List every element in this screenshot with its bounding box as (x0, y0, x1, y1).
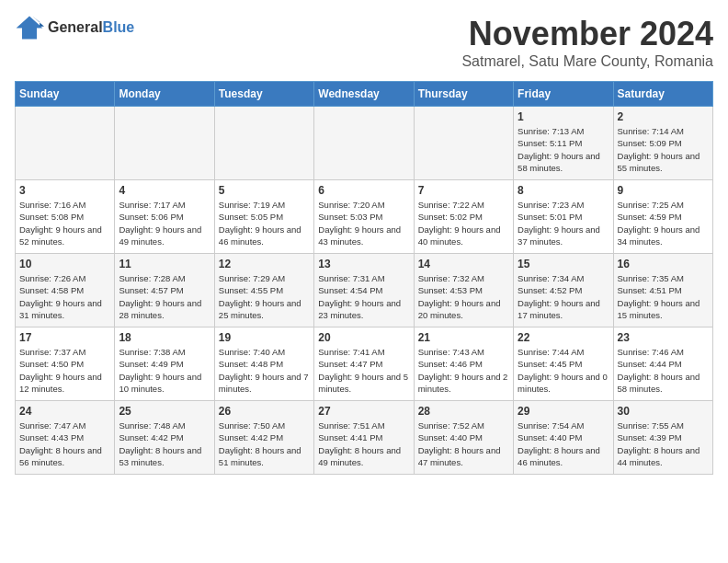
day-info: Sunrise: 7:50 AM Sunset: 4:42 PM Dayligh… (219, 419, 310, 468)
title-area: November 2024 Satmarel, Satu Mare County… (461, 15, 713, 70)
day-number: 4 (119, 184, 210, 197)
cell-w2-d1: 3Sunrise: 7:16 AM Sunset: 5:08 PM Daylig… (16, 180, 115, 254)
day-info: Sunrise: 7:28 AM Sunset: 4:57 PM Dayligh… (119, 272, 210, 321)
day-info: Sunrise: 7:51 AM Sunset: 4:41 PM Dayligh… (318, 419, 409, 468)
day-info: Sunrise: 7:31 AM Sunset: 4:54 PM Dayligh… (318, 272, 409, 321)
cell-w5-d7: 30Sunrise: 7:55 AM Sunset: 4:39 PM Dayli… (613, 401, 712, 475)
day-number: 12 (219, 258, 310, 270)
day-number: 2 (618, 110, 709, 123)
day-info: Sunrise: 7:34 AM Sunset: 4:52 PM Dayligh… (518, 272, 609, 321)
day-number: 21 (418, 331, 509, 344)
cell-w3-d3: 12Sunrise: 7:29 AM Sunset: 4:55 PM Dayli… (214, 254, 313, 327)
svg-marker-0 (17, 17, 43, 40)
day-info: Sunrise: 7:17 AM Sunset: 5:06 PM Dayligh… (119, 199, 210, 247)
header-tuesday: Tuesday (214, 82, 313, 107)
week-row-2: 3Sunrise: 7:16 AM Sunset: 5:08 PM Daylig… (16, 180, 713, 254)
cell-w5-d6: 29Sunrise: 7:54 AM Sunset: 4:40 PM Dayli… (514, 401, 613, 475)
day-number: 5 (219, 184, 310, 197)
logo-general: GeneralBlue (48, 19, 134, 36)
day-info: Sunrise: 7:25 AM Sunset: 4:59 PM Dayligh… (618, 199, 709, 247)
day-number: 18 (119, 331, 210, 344)
cell-w3-d7: 16Sunrise: 7:35 AM Sunset: 4:51 PM Dayli… (613, 254, 712, 327)
day-number: 20 (318, 331, 409, 344)
day-number: 10 (19, 258, 110, 270)
cell-w3-d2: 11Sunrise: 7:28 AM Sunset: 4:57 PM Dayli… (115, 254, 214, 327)
day-info: Sunrise: 7:38 AM Sunset: 4:49 PM Dayligh… (119, 346, 210, 395)
header-monday: Monday (115, 82, 214, 107)
day-info: Sunrise: 7:26 AM Sunset: 4:58 PM Dayligh… (19, 272, 110, 321)
calendar-body: 1Sunrise: 7:13 AM Sunset: 5:11 PM Daylig… (16, 107, 713, 475)
day-info: Sunrise: 7:23 AM Sunset: 5:01 PM Dayligh… (518, 199, 609, 247)
header-thursday: Thursday (414, 82, 513, 107)
logo: GeneralBlue (15, 15, 134, 40)
header: GeneralBlue November 2024 Satmarel, Satu… (15, 15, 713, 70)
cell-w2-d5: 7Sunrise: 7:22 AM Sunset: 5:02 PM Daylig… (414, 180, 513, 254)
cell-w3-d6: 15Sunrise: 7:34 AM Sunset: 4:52 PM Dayli… (514, 254, 613, 327)
cell-w3-d1: 10Sunrise: 7:26 AM Sunset: 4:58 PM Dayli… (16, 254, 115, 327)
day-info: Sunrise: 7:37 AM Sunset: 4:50 PM Dayligh… (19, 346, 110, 395)
cell-w1-d2 (115, 107, 214, 180)
cell-w1-d5 (414, 107, 513, 180)
calendar-header: SundayMondayTuesdayWednesdayThursdayFrid… (16, 82, 713, 107)
day-info: Sunrise: 7:52 AM Sunset: 4:40 PM Dayligh… (418, 419, 509, 468)
cell-w4-d7: 23Sunrise: 7:46 AM Sunset: 4:44 PM Dayli… (613, 327, 712, 401)
day-info: Sunrise: 7:55 AM Sunset: 4:39 PM Dayligh… (618, 419, 709, 468)
cell-w2-d4: 6Sunrise: 7:20 AM Sunset: 5:03 PM Daylig… (314, 180, 414, 254)
day-number: 19 (219, 331, 310, 344)
day-info: Sunrise: 7:14 AM Sunset: 5:09 PM Dayligh… (618, 125, 709, 174)
day-number: 6 (318, 184, 409, 197)
cell-w2-d2: 4Sunrise: 7:17 AM Sunset: 5:06 PM Daylig… (115, 180, 214, 254)
day-info: Sunrise: 7:46 AM Sunset: 4:44 PM Dayligh… (618, 346, 709, 395)
day-number: 29 (518, 405, 609, 418)
calendar-table: SundayMondayTuesdayWednesdayThursdayFrid… (15, 81, 713, 475)
day-number: 24 (19, 405, 110, 418)
day-number: 27 (318, 405, 409, 418)
header-saturday: Saturday (613, 82, 712, 107)
day-number: 8 (518, 184, 609, 197)
cell-w4-d3: 19Sunrise: 7:40 AM Sunset: 4:48 PM Dayli… (214, 327, 313, 401)
header-sunday: Sunday (16, 82, 115, 107)
header-wednesday: Wednesday (314, 82, 414, 107)
day-number: 14 (418, 258, 509, 270)
day-number: 15 (518, 258, 609, 270)
cell-w4-d6: 22Sunrise: 7:44 AM Sunset: 4:45 PM Dayli… (514, 327, 613, 401)
cell-w4-d1: 17Sunrise: 7:37 AM Sunset: 4:50 PM Dayli… (16, 327, 115, 401)
header-row: SundayMondayTuesdayWednesdayThursdayFrid… (16, 82, 713, 107)
cell-w4-d4: 20Sunrise: 7:41 AM Sunset: 4:47 PM Dayli… (314, 327, 414, 401)
cell-w1-d1 (16, 107, 115, 180)
cell-w5-d2: 25Sunrise: 7:48 AM Sunset: 4:42 PM Dayli… (115, 401, 214, 475)
day-info: Sunrise: 7:22 AM Sunset: 5:02 PM Dayligh… (418, 199, 509, 247)
day-number: 9 (618, 184, 709, 197)
month-title: November 2024 (461, 15, 713, 53)
day-number: 11 (119, 258, 210, 270)
day-number: 22 (518, 331, 609, 344)
cell-w2-d3: 5Sunrise: 7:19 AM Sunset: 5:05 PM Daylig… (214, 180, 313, 254)
day-number: 30 (618, 405, 709, 418)
cell-w1-d7: 2Sunrise: 7:14 AM Sunset: 5:09 PM Daylig… (613, 107, 712, 180)
cell-w2-d7: 9Sunrise: 7:25 AM Sunset: 4:59 PM Daylig… (613, 180, 712, 254)
day-info: Sunrise: 7:13 AM Sunset: 5:11 PM Dayligh… (518, 125, 609, 174)
day-info: Sunrise: 7:32 AM Sunset: 4:53 PM Dayligh… (418, 272, 509, 321)
day-number: 7 (418, 184, 509, 197)
day-info: Sunrise: 7:54 AM Sunset: 4:40 PM Dayligh… (518, 419, 609, 468)
day-info: Sunrise: 7:43 AM Sunset: 4:46 PM Dayligh… (418, 346, 509, 395)
cell-w1-d4 (314, 107, 414, 180)
week-row-5: 24Sunrise: 7:47 AM Sunset: 4:43 PM Dayli… (16, 401, 713, 475)
cell-w5-d1: 24Sunrise: 7:47 AM Sunset: 4:43 PM Dayli… (16, 401, 115, 475)
logo-icon (15, 15, 44, 40)
day-number: 25 (119, 405, 210, 418)
cell-w5-d5: 28Sunrise: 7:52 AM Sunset: 4:40 PM Dayli… (414, 401, 513, 475)
day-info: Sunrise: 7:16 AM Sunset: 5:08 PM Dayligh… (19, 199, 110, 247)
day-info: Sunrise: 7:48 AM Sunset: 4:42 PM Dayligh… (119, 419, 210, 468)
day-info: Sunrise: 7:44 AM Sunset: 4:45 PM Dayligh… (518, 346, 609, 395)
subtitle: Satmarel, Satu Mare County, Romania (461, 53, 713, 70)
cell-w1-d6: 1Sunrise: 7:13 AM Sunset: 5:11 PM Daylig… (514, 107, 613, 180)
day-info: Sunrise: 7:40 AM Sunset: 4:48 PM Dayligh… (219, 346, 310, 395)
cell-w5-d3: 26Sunrise: 7:50 AM Sunset: 4:42 PM Dayli… (214, 401, 313, 475)
day-info: Sunrise: 7:35 AM Sunset: 4:51 PM Dayligh… (618, 272, 709, 321)
cell-w3-d4: 13Sunrise: 7:31 AM Sunset: 4:54 PM Dayli… (314, 254, 414, 327)
day-number: 1 (518, 110, 609, 123)
cell-w2-d6: 8Sunrise: 7:23 AM Sunset: 5:01 PM Daylig… (514, 180, 613, 254)
cell-w1-d3 (214, 107, 313, 180)
cell-w3-d5: 14Sunrise: 7:32 AM Sunset: 4:53 PM Dayli… (414, 254, 513, 327)
